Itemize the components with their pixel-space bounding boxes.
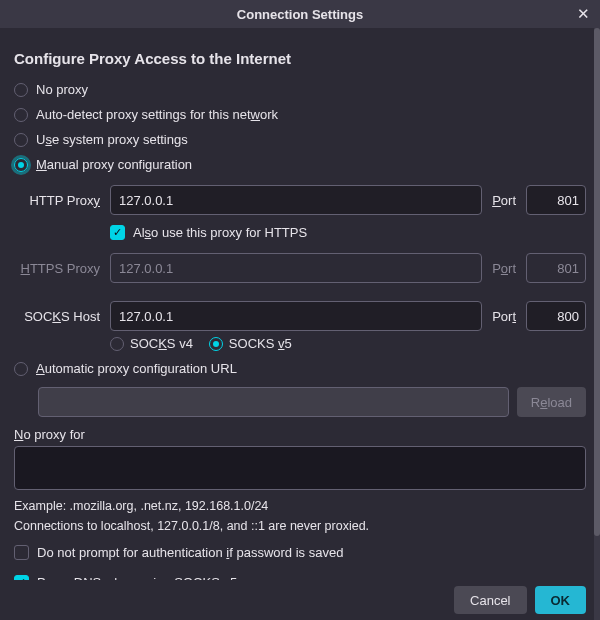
http-proxy-host-input[interactable]: [110, 185, 482, 215]
radio-label: Manual proxy configuration: [36, 157, 192, 172]
radio-icon: [14, 133, 28, 147]
radio-label: Use system proxy settings: [36, 132, 188, 147]
dialog-title: Connection Settings: [237, 7, 363, 22]
radio-label: SOCKS v5: [229, 336, 292, 351]
radio-icon: [14, 158, 28, 172]
pac-url-row: Reload: [38, 387, 586, 417]
reload-button: Reload: [517, 387, 586, 417]
no-proxy-example: Example: .mozilla.org, .net.nz, 192.168.…: [14, 499, 586, 513]
socks-port-input[interactable]: [526, 301, 586, 331]
dialog-footer: Cancel OK: [0, 580, 600, 620]
radio-icon: [14, 362, 28, 376]
https-proxy-label: HTTPS Proxy: [14, 261, 104, 276]
http-proxy-port-input[interactable]: [526, 185, 586, 215]
no-proxy-for-label: No proxy for: [14, 427, 586, 442]
no-proxy-for-input[interactable]: [14, 446, 586, 490]
radio-icon: [110, 337, 124, 351]
pac-url-input: [38, 387, 509, 417]
manual-proxy-block: HTTP Proxy Port ✓ Also use this proxy fo…: [14, 185, 586, 356]
check-label: Also use this proxy for HTTPS: [133, 225, 307, 240]
socks-host-input[interactable]: [110, 301, 482, 331]
ok-button[interactable]: OK: [535, 586, 587, 614]
radio-label: No proxy: [36, 82, 88, 97]
mode-auto-detect[interactable]: Auto-detect proxy settings for this netw…: [14, 102, 586, 127]
http-proxy-row: HTTP Proxy Port: [14, 185, 586, 215]
mode-manual-proxy[interactable]: Manual proxy configuration: [14, 152, 586, 177]
no-auth-prompt-check[interactable]: Do not prompt for authentication if pass…: [14, 539, 586, 565]
section-heading: Configure Proxy Access to the Internet: [14, 50, 586, 67]
socks-port-label: Port: [488, 309, 520, 324]
radio-label: Auto-detect proxy settings for this netw…: [36, 107, 278, 122]
mode-auto-config-url[interactable]: Automatic proxy configuration URL: [14, 356, 586, 381]
radio-label: Automatic proxy configuration URL: [36, 361, 237, 376]
https-proxy-host-input: [110, 253, 482, 283]
mode-system-proxy[interactable]: Use system proxy settings: [14, 127, 586, 152]
radio-icon: [14, 108, 28, 122]
mode-no-proxy[interactable]: No proxy: [14, 77, 586, 102]
localhost-note: Connections to localhost, 127.0.0.1/8, a…: [14, 519, 586, 533]
socks-v5-option[interactable]: SOCKS v5: [209, 336, 292, 351]
socks-version-row: SOCKS v4 SOCKS v5: [110, 331, 586, 356]
https-proxy-port-input: [526, 253, 586, 283]
cancel-button[interactable]: Cancel: [454, 586, 526, 614]
check-label: Do not prompt for authentication if pass…: [37, 545, 343, 560]
scrollbar[interactable]: [594, 28, 600, 580]
also-use-https-check[interactable]: ✓ Also use this proxy for HTTPS: [110, 219, 586, 245]
socks-v4-option[interactable]: SOCKS v4: [110, 336, 193, 351]
http-proxy-label: HTTP Proxy: [14, 193, 104, 208]
https-proxy-row: HTTPS Proxy Port: [14, 253, 586, 283]
radio-icon: [14, 83, 28, 97]
checkbox-icon: ✓: [110, 225, 125, 240]
radio-icon: [209, 337, 223, 351]
http-port-label: Port: [488, 193, 520, 208]
radio-label: SOCKS v4: [130, 336, 193, 351]
checkbox-icon: [14, 545, 29, 560]
scrollbar-thumb[interactable]: [594, 28, 600, 536]
titlebar: Connection Settings ✕: [0, 0, 600, 28]
close-icon[interactable]: ✕: [577, 5, 590, 23]
https-port-label: Port: [488, 261, 520, 276]
socks-host-label: SOCKS Host: [14, 309, 104, 324]
dialog-content: Configure Proxy Access to the Internet N…: [0, 28, 600, 580]
socks-host-row: SOCKS Host Port: [14, 301, 586, 331]
